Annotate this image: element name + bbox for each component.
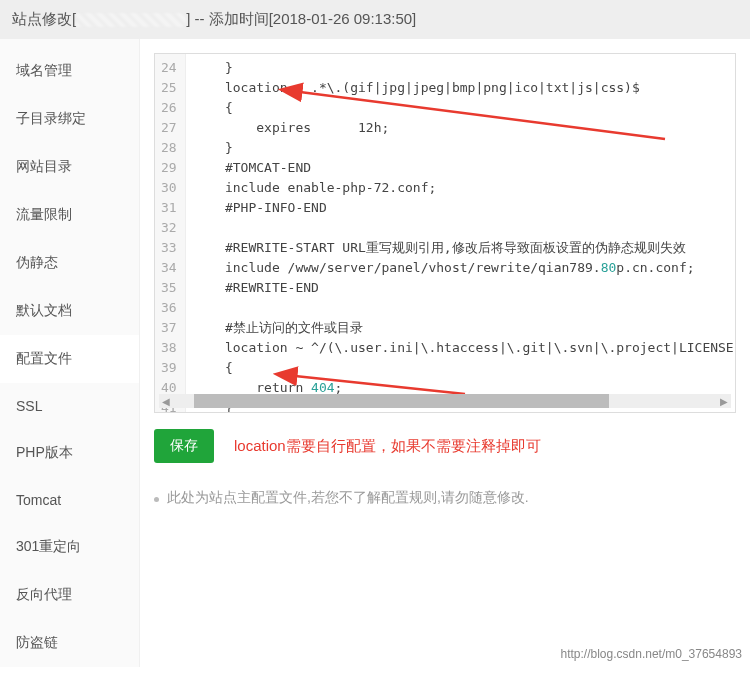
sidebar-item[interactable]: 域名管理 (0, 47, 139, 95)
scroll-right-icon[interactable]: ▶ (717, 394, 731, 408)
sidebar-item[interactable]: SSL (0, 383, 139, 429)
sidebar-item[interactable]: 防盗链 (0, 619, 139, 667)
title-redacted (76, 13, 186, 27)
sidebar-item[interactable]: 流量限制 (0, 191, 139, 239)
horizontal-scrollbar[interactable]: ◀ ▶ (159, 394, 731, 408)
sidebar-item[interactable]: 配置文件 (0, 335, 139, 383)
sidebar-item[interactable]: Tomcat (0, 477, 139, 523)
code-editor[interactable]: 242526272829303132333435363738394041 } l… (154, 53, 736, 413)
sidebar-item[interactable]: 反向代理 (0, 571, 139, 619)
sidebar-item[interactable]: 默认文档 (0, 287, 139, 335)
modal-root: 站点修改[] -- 添加时间[2018-01-26 09:13:50] 域名管理… (0, 0, 750, 667)
sidebar-item[interactable]: 子目录绑定 (0, 95, 139, 143)
sidebar-item[interactable]: PHP版本 (0, 429, 139, 477)
title-bar: 站点修改[] -- 添加时间[2018-01-26 09:13:50] (0, 0, 750, 39)
title-prefix: 站点修改[ (12, 10, 76, 27)
main: 242526272829303132333435363738394041 } l… (140, 39, 750, 667)
sidebar-item[interactable]: 301重定向 (0, 523, 139, 571)
hint-text: location需要自行配置，如果不需要注释掉即可 (234, 437, 541, 456)
code-area[interactable]: } location ~ .*\.(gif|jpg|jpeg|bmp|png|i… (186, 54, 735, 413)
line-gutter: 242526272829303132333435363738394041 (155, 54, 186, 413)
sidebar: 域名管理子目录绑定网站目录流量限制伪静态默认文档配置文件SSLPHP版本Tomc… (0, 39, 140, 667)
bullet-icon (154, 497, 159, 502)
scroll-left-icon[interactable]: ◀ (159, 394, 173, 408)
watermark: http://blog.csdn.net/m0_37654893 (561, 647, 742, 661)
title-suffix: ] -- 添加时间[2018-01-26 09:13:50] (186, 10, 416, 27)
note-line: 此处为站点主配置文件,若您不了解配置规则,请勿随意修改. (154, 489, 736, 507)
body: 域名管理子目录绑定网站目录流量限制伪静态默认文档配置文件SSLPHP版本Tomc… (0, 39, 750, 667)
note-text: 此处为站点主配置文件,若您不了解配置规则,请勿随意修改. (167, 489, 529, 507)
sidebar-item[interactable]: 伪静态 (0, 239, 139, 287)
hint-rest: 需要自行配置，如果不需要注释掉即可 (286, 437, 541, 454)
save-button[interactable]: 保存 (154, 429, 214, 463)
scroll-thumb[interactable] (194, 394, 609, 408)
sidebar-item[interactable]: 网站目录 (0, 143, 139, 191)
button-row: 保存 location需要自行配置，如果不需要注释掉即可 (154, 429, 736, 463)
hint-keyword: location (234, 437, 286, 454)
